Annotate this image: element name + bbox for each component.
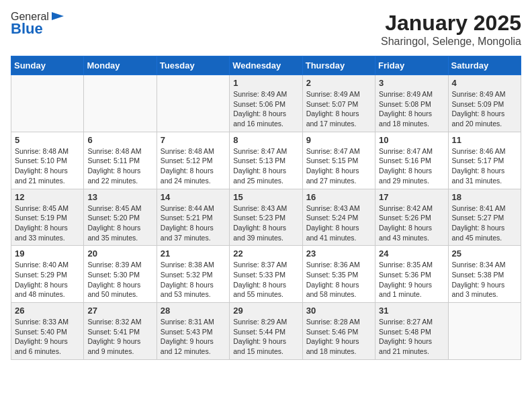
day-number: 14 xyxy=(161,192,226,202)
calendar-cell: 14Sunrise: 8:44 AM Sunset: 5:21 PM Dayli… xyxy=(157,189,229,246)
day-number: 23 xyxy=(306,248,371,259)
calendar-cell: 5Sunrise: 8:48 AM Sunset: 5:10 PM Daylig… xyxy=(11,132,84,189)
header: General Blue January 2025 Sharingol, Sel… xyxy=(11,11,521,48)
day-info: Sunrise: 8:49 AM Sunset: 5:06 PM Dayligh… xyxy=(233,89,298,129)
day-info: Sunrise: 8:36 AM Sunset: 5:35 PM Dayligh… xyxy=(306,260,371,300)
day-info: Sunrise: 8:42 AM Sunset: 5:26 PM Dayligh… xyxy=(379,203,444,243)
day-info: Sunrise: 8:44 AM Sunset: 5:21 PM Dayligh… xyxy=(161,203,226,243)
day-number: 13 xyxy=(87,192,152,202)
day-number: 19 xyxy=(15,248,80,259)
day-number: 28 xyxy=(161,306,226,316)
day-number: 9 xyxy=(306,135,371,145)
day-info: Sunrise: 8:48 AM Sunset: 5:10 PM Dayligh… xyxy=(15,146,80,186)
day-info: Sunrise: 8:34 AM Sunset: 5:38 PM Dayligh… xyxy=(452,260,517,300)
day-info: Sunrise: 8:47 AM Sunset: 5:16 PM Dayligh… xyxy=(379,146,444,186)
calendar-cell xyxy=(84,75,157,132)
calendar-cell: 4Sunrise: 8:49 AM Sunset: 5:09 PM Daylig… xyxy=(448,75,521,132)
calendar-week-row: 1Sunrise: 8:49 AM Sunset: 5:06 PM Daylig… xyxy=(11,75,521,132)
calendar-cell: 13Sunrise: 8:45 AM Sunset: 5:20 PM Dayli… xyxy=(84,189,157,246)
day-number: 7 xyxy=(161,135,226,145)
calendar-cell: 26Sunrise: 8:33 AM Sunset: 5:40 PM Dayli… xyxy=(11,303,84,360)
title-area: January 2025 Sharingol, Selenge, Mongoli… xyxy=(381,11,521,48)
day-info: Sunrise: 8:33 AM Sunset: 5:40 PM Dayligh… xyxy=(15,317,80,357)
calendar-cell xyxy=(11,75,84,132)
logo-blue-text: Blue xyxy=(11,20,43,38)
calendar-week-row: 19Sunrise: 8:40 AM Sunset: 5:29 PM Dayli… xyxy=(11,246,521,303)
calendar-cell: 27Sunrise: 8:32 AM Sunset: 5:41 PM Dayli… xyxy=(84,303,157,360)
calendar-cell: 24Sunrise: 8:35 AM Sunset: 5:36 PM Dayli… xyxy=(375,246,448,303)
calendar-cell: 23Sunrise: 8:36 AM Sunset: 5:35 PM Dayli… xyxy=(302,246,375,303)
day-number: 6 xyxy=(87,135,152,145)
calendar-week-row: 26Sunrise: 8:33 AM Sunset: 5:40 PM Dayli… xyxy=(11,303,521,360)
day-number: 15 xyxy=(233,192,298,202)
day-info: Sunrise: 8:38 AM Sunset: 5:32 PM Dayligh… xyxy=(161,260,226,300)
day-info: Sunrise: 8:46 AM Sunset: 5:17 PM Dayligh… xyxy=(452,146,517,186)
day-info: Sunrise: 8:32 AM Sunset: 5:41 PM Dayligh… xyxy=(87,317,152,357)
logo: General Blue xyxy=(11,11,65,38)
calendar-table: SundayMondayTuesdayWednesdayThursdayFrid… xyxy=(11,56,521,360)
day-number: 29 xyxy=(233,306,298,316)
calendar-cell: 12Sunrise: 8:45 AM Sunset: 5:19 PM Dayli… xyxy=(11,189,84,246)
day-info: Sunrise: 8:29 AM Sunset: 5:44 PM Dayligh… xyxy=(233,317,298,357)
calendar-cell: 30Sunrise: 8:28 AM Sunset: 5:46 PM Dayli… xyxy=(302,303,375,360)
day-info: Sunrise: 8:39 AM Sunset: 5:30 PM Dayligh… xyxy=(87,260,152,300)
day-number: 11 xyxy=(452,135,517,145)
weekday-header-saturday: Saturday xyxy=(448,56,521,75)
calendar-week-row: 12Sunrise: 8:45 AM Sunset: 5:19 PM Dayli… xyxy=(11,189,521,246)
calendar-cell: 6Sunrise: 8:48 AM Sunset: 5:11 PM Daylig… xyxy=(84,132,157,189)
calendar-cell: 8Sunrise: 8:47 AM Sunset: 5:13 PM Daylig… xyxy=(230,132,302,189)
day-number: 16 xyxy=(306,192,371,202)
day-info: Sunrise: 8:45 AM Sunset: 5:20 PM Dayligh… xyxy=(87,203,152,243)
calendar-cell: 19Sunrise: 8:40 AM Sunset: 5:29 PM Dayli… xyxy=(11,246,84,303)
calendar-cell xyxy=(157,75,229,132)
calendar-cell: 18Sunrise: 8:41 AM Sunset: 5:27 PM Dayli… xyxy=(448,189,521,246)
day-info: Sunrise: 8:48 AM Sunset: 5:12 PM Dayligh… xyxy=(161,146,226,186)
calendar-cell: 3Sunrise: 8:49 AM Sunset: 5:08 PM Daylig… xyxy=(375,75,448,132)
day-number: 3 xyxy=(379,78,444,88)
day-number: 1 xyxy=(233,78,298,88)
calendar-week-row: 5Sunrise: 8:48 AM Sunset: 5:10 PM Daylig… xyxy=(11,132,521,189)
logo-flag-icon xyxy=(50,11,65,23)
day-info: Sunrise: 8:31 AM Sunset: 5:43 PM Dayligh… xyxy=(161,317,226,357)
day-info: Sunrise: 8:49 AM Sunset: 5:08 PM Dayligh… xyxy=(379,89,444,129)
calendar-cell: 31Sunrise: 8:27 AM Sunset: 5:48 PM Dayli… xyxy=(375,303,448,360)
day-number: 18 xyxy=(452,192,517,202)
calendar-cell xyxy=(448,303,521,360)
weekday-header-friday: Friday xyxy=(375,56,448,75)
day-info: Sunrise: 8:43 AM Sunset: 5:23 PM Dayligh… xyxy=(233,203,298,243)
day-info: Sunrise: 8:49 AM Sunset: 5:07 PM Dayligh… xyxy=(306,89,371,129)
weekday-header-wednesday: Wednesday xyxy=(230,56,302,75)
day-number: 17 xyxy=(379,192,444,202)
day-number: 24 xyxy=(379,248,444,259)
day-info: Sunrise: 8:37 AM Sunset: 5:33 PM Dayligh… xyxy=(233,260,298,300)
weekday-header-sunday: Sunday xyxy=(11,56,84,75)
calendar-cell: 9Sunrise: 8:47 AM Sunset: 5:15 PM Daylig… xyxy=(302,132,375,189)
day-info: Sunrise: 8:35 AM Sunset: 5:36 PM Dayligh… xyxy=(379,260,444,300)
day-number: 21 xyxy=(161,248,226,259)
day-number: 4 xyxy=(452,78,517,88)
svg-marker-0 xyxy=(52,12,64,20)
day-number: 12 xyxy=(15,192,80,202)
calendar-cell: 16Sunrise: 8:43 AM Sunset: 5:24 PM Dayli… xyxy=(302,189,375,246)
calendar-cell: 10Sunrise: 8:47 AM Sunset: 5:16 PM Dayli… xyxy=(375,132,448,189)
day-info: Sunrise: 8:47 AM Sunset: 5:15 PM Dayligh… xyxy=(306,146,371,186)
day-number: 2 xyxy=(306,78,371,88)
calendar-cell: 7Sunrise: 8:48 AM Sunset: 5:12 PM Daylig… xyxy=(157,132,229,189)
calendar-cell: 17Sunrise: 8:42 AM Sunset: 5:26 PM Dayli… xyxy=(375,189,448,246)
calendar-cell: 21Sunrise: 8:38 AM Sunset: 5:32 PM Dayli… xyxy=(157,246,229,303)
calendar-cell: 25Sunrise: 8:34 AM Sunset: 5:38 PM Dayli… xyxy=(448,246,521,303)
day-number: 8 xyxy=(233,135,298,145)
day-info: Sunrise: 8:43 AM Sunset: 5:24 PM Dayligh… xyxy=(306,203,371,243)
day-number: 25 xyxy=(452,248,517,259)
day-info: Sunrise: 8:28 AM Sunset: 5:46 PM Dayligh… xyxy=(306,317,371,357)
calendar-cell: 2Sunrise: 8:49 AM Sunset: 5:07 PM Daylig… xyxy=(302,75,375,132)
day-number: 22 xyxy=(233,248,298,259)
page-title: January 2025 xyxy=(381,11,521,36)
calendar-cell: 1Sunrise: 8:49 AM Sunset: 5:06 PM Daylig… xyxy=(230,75,302,132)
day-number: 10 xyxy=(379,135,444,145)
calendar-cell: 22Sunrise: 8:37 AM Sunset: 5:33 PM Dayli… xyxy=(230,246,302,303)
calendar-cell: 29Sunrise: 8:29 AM Sunset: 5:44 PM Dayli… xyxy=(230,303,302,360)
page-subtitle: Sharingol, Selenge, Mongolia xyxy=(381,36,521,48)
calendar-cell: 20Sunrise: 8:39 AM Sunset: 5:30 PM Dayli… xyxy=(84,246,157,303)
day-info: Sunrise: 8:27 AM Sunset: 5:48 PM Dayligh… xyxy=(379,317,444,357)
